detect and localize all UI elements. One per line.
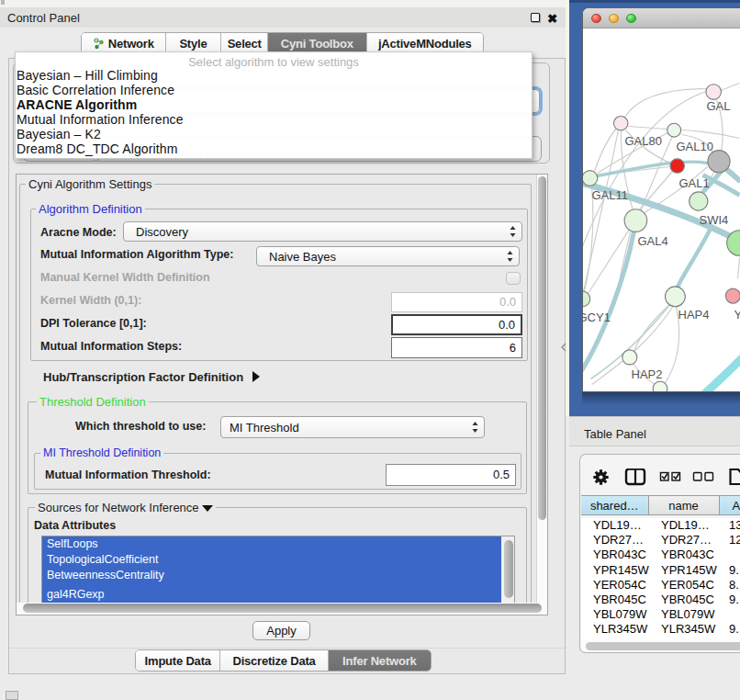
svg-text:HAP2: HAP2	[632, 367, 663, 381]
svg-text:GAL11: GAL11	[592, 188, 629, 202]
svg-text:GAL: GAL	[707, 99, 731, 113]
svg-text:GAL1: GAL1	[679, 176, 710, 190]
svg-text:Y: Y	[734, 308, 740, 322]
svg-text:GAL4: GAL4	[638, 234, 668, 248]
svg-text:GAL10: GAL10	[677, 140, 713, 153]
svg-text:SWI4: SWI4	[700, 213, 729, 227]
svg-text:GAL80: GAL80	[625, 134, 662, 148]
svg-text:GCY1: GCY1	[583, 310, 611, 324]
svg-text:HAP4: HAP4	[678, 308, 710, 322]
